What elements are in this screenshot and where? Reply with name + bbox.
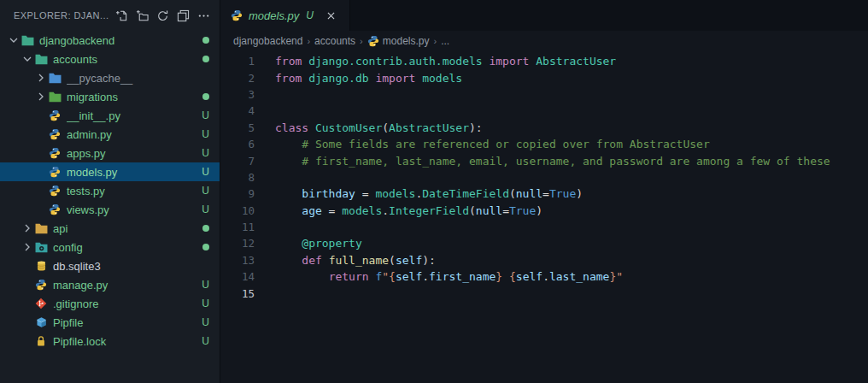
code-line[interactable]: 8 [220, 169, 868, 186]
new-file-icon[interactable] [112, 6, 131, 25]
chevron-right-icon[interactable] [34, 90, 48, 103]
chevron-down-icon[interactable] [21, 52, 34, 66]
code-token [275, 155, 302, 168]
tree-item-admin-py[interactable]: admin.pyU [0, 125, 220, 144]
code-line[interactable]: 4 [220, 103, 868, 119]
breadcrumb-separator: › [360, 36, 363, 46]
tree-item-pipfile[interactable]: PipfileU [0, 313, 220, 332]
chevron-down-icon[interactable] [7, 33, 21, 47]
code-line-content: def full_name(self): [255, 254, 436, 267]
tree-item-migrations[interactable]: migrations [0, 87, 220, 106]
modified-dot [202, 244, 209, 250]
code-line[interactable]: 6 # Some fields are referenced or copied… [220, 136, 868, 152]
breadcrumb-item-accounts[interactable]: accounts [314, 35, 355, 47]
code-line[interactable]: 5class CustomUser(AbstractUser): [220, 120, 868, 136]
git-status-badge: U [202, 109, 209, 121]
tree-item-djangobackend[interactable]: djangobackend [0, 31, 220, 50]
code-editor[interactable]: 1from django.contrib.auth.models import … [220, 50, 868, 383]
tree-item-models-py[interactable]: models.pyU [0, 162, 220, 181]
tree-item-pipfile-lock[interactable]: Pipfile.lockU [0, 332, 220, 351]
line-number: 15 [220, 287, 255, 300]
code-line-content: # first_name, last_name, email, username… [255, 155, 830, 168]
breadcrumb-item-[interactable]: ... [441, 35, 449, 47]
code-line[interactable]: 3 [220, 86, 868, 103]
code-line[interactable]: 15 [220, 285, 868, 301]
new-folder-icon[interactable] [132, 6, 151, 25]
tree-item-manage-py[interactable]: manage.pyU [0, 275, 220, 294]
git-status-badge: U [202, 279, 209, 291]
code-token [275, 187, 302, 200]
code-token [502, 270, 509, 283]
tree-item-label: api [53, 222, 196, 235]
chevron-spacer [34, 184, 48, 197]
tree-item-label: accounts [53, 53, 196, 66]
breadcrumb-item-models-py[interactable]: models.py [367, 35, 430, 47]
python-icon [367, 35, 379, 47]
chevron-right-icon[interactable] [34, 71, 48, 85]
vscode-window: EXPLORER: DJAN... djangobackendaccounts_… [0, 0, 868, 383]
tree-item-label: tests.py [67, 185, 195, 197]
chevron-spacer [34, 165, 48, 179]
tree-item-tests-py[interactable]: tests.pyU [0, 181, 220, 200]
code-token: ( [469, 204, 476, 217]
modified-dot [202, 37, 209, 44]
code-token: from [275, 55, 302, 68]
chevron-spacer [21, 297, 34, 310]
code-line[interactable]: 1from django.contrib.auth.models import … [220, 53, 868, 69]
code-token: ( [382, 121, 389, 134]
refresh-icon[interactable] [153, 6, 172, 25]
more-actions-icon[interactable] [194, 6, 213, 25]
tree-item-label: apps.py [67, 147, 195, 160]
tree-item-api[interactable]: api [0, 219, 220, 238]
tree-item-pycache[interactable]: __pycache__ [0, 68, 220, 87]
breadcrumb-item-djangobackend[interactable]: djangobackend [233, 35, 302, 47]
folder-icon [34, 221, 48, 235]
line-number: 12 [220, 237, 255, 250]
code-line[interactable]: 10 age = models.IntegerField(null=True) [220, 203, 868, 219]
code-line[interactable]: 11 [220, 219, 868, 235]
code-token: ( [509, 187, 516, 200]
tab-models-py[interactable]: models.py U [220, 0, 350, 31]
code-token [275, 204, 302, 217]
tree-item-views-py[interactable]: views.pyU [0, 200, 220, 219]
database-icon [34, 259, 48, 273]
line-number: 9 [220, 187, 255, 200]
code-line[interactable]: 12 @property [220, 235, 868, 251]
code-token [322, 254, 329, 267]
code-token: import [489, 55, 529, 68]
breadcrumb-separator: › [307, 36, 310, 46]
code-line[interactable]: 9 birthday = models.DateTimeField(null=T… [220, 186, 868, 202]
python-icon [48, 146, 62, 160]
code-token [308, 121, 315, 134]
tree-item-label: djangobackend [39, 34, 196, 47]
git-icon [34, 297, 48, 310]
code-token: # Some fields are referenced or copied o… [302, 138, 709, 150]
modified-dot [202, 225, 209, 232]
code-line[interactable]: 13 def full_name(self): [220, 252, 868, 268]
tree-item-gitignore[interactable]: .gitignoreU [0, 294, 220, 313]
tree-item-config[interactable]: config [0, 238, 220, 256]
chevron-spacer [34, 146, 48, 160]
collapse-folders-icon[interactable] [173, 6, 192, 25]
code-line[interactable]: 7 # first_name, last_name, email, userna… [220, 152, 868, 168]
code-token: django.db [308, 72, 368, 85]
line-number: 7 [220, 155, 255, 168]
tree-item-init-py[interactable]: __init__.pyU [0, 106, 220, 125]
code-token: self [396, 254, 422, 267]
explorer-sidebar: EXPLORER: DJAN... djangobackendaccounts_… [0, 0, 220, 383]
tree-item-db-sqlite3[interactable]: db.sqlite3 [0, 256, 220, 275]
chevron-right-icon[interactable] [21, 240, 34, 254]
code-line[interactable]: 14 return f"{self.first_name} {self.last… [220, 268, 868, 285]
close-icon[interactable] [324, 8, 339, 23]
python-icon [34, 278, 48, 292]
code-token: . [542, 270, 549, 283]
code-line[interactable]: 2from django.db import models [220, 69, 868, 85]
code-token: AbstractUser [536, 55, 616, 68]
tree-item-apps-py[interactable]: apps.pyU [0, 144, 220, 162]
chevron-right-icon[interactable] [21, 221, 34, 235]
folder-icon [34, 52, 48, 66]
git-status-badge: U [202, 335, 209, 347]
code-token: null [476, 204, 502, 217]
tab-bar: models.py U [220, 0, 868, 31]
tree-item-accounts[interactable]: accounts [0, 50, 220, 68]
